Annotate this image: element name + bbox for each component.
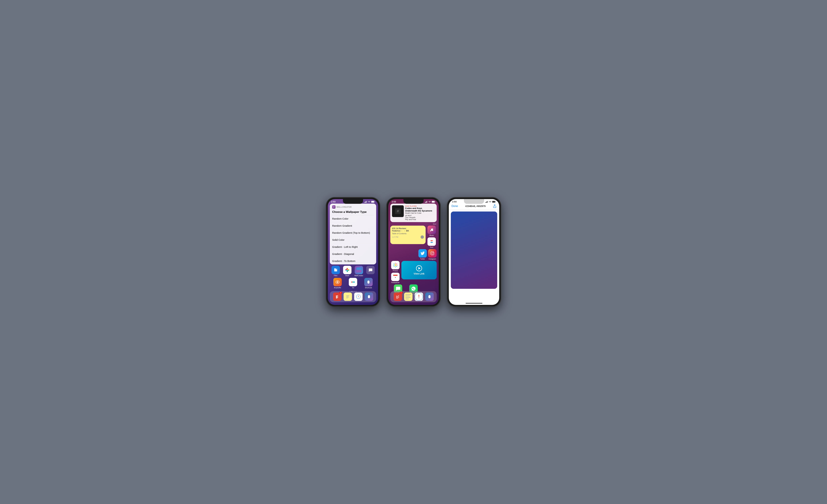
- safari-dock-icon[interactable]: [354, 293, 362, 301]
- svg-point-19: [337, 282, 338, 283]
- svg-point-50: [433, 252, 434, 253]
- shortcuts-widget-symbol: [416, 265, 422, 271]
- todoist-badge: 12: [339, 292, 342, 294]
- shortcuts-dock-icon-2[interactable]: [425, 293, 434, 301]
- app-item-fantastical[interactable]: • Fantastical: [390, 273, 400, 284]
- svg-rect-67: [405, 297, 410, 298]
- dock-todoist-2[interactable]: 12: [393, 293, 402, 301]
- soor-next-song: Tiny Vessels: [405, 216, 435, 218]
- phone-1-background: 2:53 W WALLCREATOR Choose a Wallpaper Ty…: [328, 199, 378, 305]
- svg-rect-0: [364, 202, 365, 203]
- soor-song-secondary: Codes and Keys: [405, 207, 435, 209]
- music-icon[interactable]: [428, 225, 436, 234]
- wallcreator-header: W WALLCREATOR: [330, 204, 376, 210]
- twitter-icon[interactable]: [419, 249, 427, 258]
- app-item-tot[interactable]: Tot: [348, 278, 358, 289]
- safari-dock-icon-2[interactable]: [415, 293, 423, 301]
- wallcreator-item-3[interactable]: Random Gradient (Top to Bottom): [330, 229, 376, 236]
- wallcreator-item-2[interactable]: Random Gradient: [330, 222, 376, 229]
- share-icon[interactable]: [493, 204, 496, 208]
- svg-point-22: [352, 282, 354, 283]
- svg-rect-16: [347, 269, 349, 270]
- app-row-2: Anybuffer Tot: [330, 278, 376, 289]
- battery-icon-3: [492, 201, 496, 203]
- phone-3: 2:54 Done #234BA8, #602979: [447, 197, 501, 307]
- status-time-3: 2:54: [452, 200, 456, 203]
- svg-rect-38: [427, 201, 427, 203]
- wallcreator-item-4[interactable]: Solid Color: [330, 236, 376, 243]
- todoist-badge-2: 12: [400, 292, 402, 294]
- files-icon[interactable]: [332, 266, 340, 274]
- svg-rect-25: [346, 295, 349, 296]
- twitter-label: Twitter: [420, 258, 425, 260]
- conversations-icon[interactable]: [366, 266, 375, 274]
- shortcuts-icon[interactable]: [364, 278, 373, 286]
- app-row-music-soor: iOS 14 Review: Federico ← → BK Table of …: [390, 225, 437, 248]
- notch-1: [343, 199, 363, 204]
- fantastical-icon[interactable]: •: [391, 273, 399, 281]
- svg-point-45: [430, 230, 431, 231]
- svg-rect-68: [405, 299, 409, 299]
- svg-text:•: •: [395, 276, 396, 279]
- app-row-twitter-instagram: Twitter Instagram: [390, 249, 437, 260]
- wallcreator-popup[interactable]: W WALLCREATOR Choose a Wallpaper Type Ra…: [330, 204, 376, 264]
- app-item-placeholder[interactable]: [366, 266, 376, 276]
- svg-rect-76: [487, 201, 487, 203]
- notes-widget[interactable]: iOS 14 Review: Federico ← → BK Table of …: [390, 225, 426, 244]
- soor-icon[interactable]: [428, 237, 436, 246]
- twitter-instagram-pair: Twitter Instagram: [390, 249, 437, 260]
- shortcuts-widget[interactable]: View Link: [401, 261, 437, 280]
- dock-todoist[interactable]: 12: [333, 293, 341, 301]
- wallcreator-app-icon: W: [332, 205, 336, 209]
- notes-dock-icon-2[interactable]: [404, 293, 412, 301]
- wallcreator-icon[interactable]: [355, 266, 363, 274]
- anybuffer-icon[interactable]: [333, 278, 342, 286]
- app-item-photos[interactable]: Photos: [390, 261, 400, 272]
- svg-rect-26: [346, 296, 349, 297]
- todoist-dock-icon[interactable]: [333, 293, 341, 301]
- soor-up-next: UP NEXT: [405, 215, 435, 216]
- app-item-shortcuts[interactable]: Shortcuts: [363, 278, 374, 289]
- svg-point-52: [394, 264, 396, 266]
- soor-song-title: Underneath the Sycamore: [405, 209, 435, 212]
- wallcreator-item-5[interactable]: Gradient - Left to Right: [330, 243, 376, 250]
- photos-icon[interactable]: [391, 261, 399, 269]
- app-item-soor[interactable]: Soor: [427, 237, 437, 248]
- status-time-2: 2:53: [392, 200, 396, 203]
- wallcreator-item-7[interactable]: Gradient - To Bottom: [330, 258, 376, 264]
- notes-body: Table of Contents:: [392, 232, 424, 235]
- svg-rect-14: [347, 270, 347, 272]
- soor-artist: Death Cab for Cutie: [405, 212, 435, 214]
- app-item-anybuffer[interactable]: Anybuffer: [333, 278, 343, 289]
- svg-point-23: [353, 282, 355, 283]
- app-item-slack[interactable]: Slack: [342, 266, 352, 276]
- wifi-icon-3: [489, 201, 491, 203]
- app-item-wallcreator[interactable]: WallCreator: [354, 266, 364, 276]
- wallcreator-item-6[interactable]: Gradient - Diagonal: [330, 250, 376, 258]
- notes-dock-icon[interactable]: [344, 293, 352, 301]
- slack-label: Slack: [345, 275, 349, 276]
- instagram-icon[interactable]: [428, 249, 437, 258]
- topbar-done-button[interactable]: Done: [451, 205, 458, 208]
- svg-rect-64: [404, 293, 412, 301]
- app-row-1: Files Slack WallCreator: [330, 266, 376, 276]
- todoist-dock-icon-2[interactable]: [393, 293, 402, 301]
- slack-icon[interactable]: [343, 266, 351, 274]
- tot-label: Tot: [352, 287, 354, 289]
- notch-2: [403, 199, 424, 204]
- shortcuts-dock-icon[interactable]: [365, 293, 373, 301]
- app-item-files[interactable]: Files: [331, 266, 341, 276]
- status-time-1: 2:53: [331, 200, 336, 203]
- svg-rect-39: [427, 201, 428, 203]
- phone-1-screen: 2:53 W WALLCREATOR Choose a Wallpaper Ty…: [328, 199, 378, 305]
- music-label: Music: [430, 235, 434, 236]
- tot-icon[interactable]: [349, 278, 357, 286]
- app-item-instagram[interactable]: Instagram: [428, 249, 437, 260]
- soor-widget[interactable]: # NOW PLAYING Codes and Keys Underneath …: [390, 204, 437, 222]
- svg-rect-3: [367, 201, 367, 203]
- svg-rect-1: [365, 202, 366, 203]
- app-item-twitter[interactable]: Twitter: [418, 249, 427, 260]
- app-item-music[interactable]: Music: [427, 225, 437, 236]
- svg-point-21: [351, 282, 352, 283]
- wallcreator-item-1[interactable]: Random Color: [330, 215, 376, 222]
